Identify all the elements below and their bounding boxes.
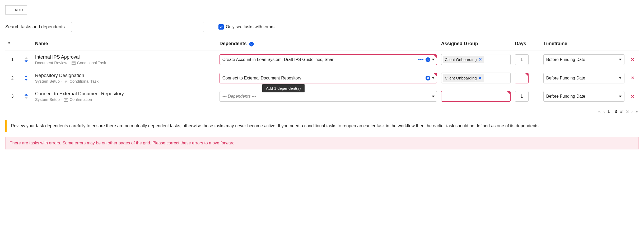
page-of: of — [619, 109, 624, 114]
table-row: 1 Internal IPS Approval Document Review … — [5, 50, 639, 69]
task-category: System Setup — [35, 97, 60, 102]
dependents-cell: Create Account in Loan System, Draft IPS… — [217, 50, 439, 69]
days-input[interactable] — [515, 73, 529, 83]
dropdown-caret-icon[interactable] — [619, 96, 622, 97]
group-tag-label: Client Onboarding — [445, 57, 477, 62]
days-cell — [513, 69, 541, 87]
task-name-cell: Connect to External Document Repository … — [33, 87, 217, 106]
group-tag: Client Onboarding ✕ — [443, 74, 484, 82]
col-header-delete — [627, 38, 639, 50]
delete-row-button[interactable]: ✕ — [627, 87, 639, 106]
assigned-group-select[interactable]: Client Onboarding ✕ — [441, 73, 511, 83]
timeframe-cell: Before Funding Date — [541, 87, 627, 106]
row-number: 3 — [5, 87, 20, 106]
col-header-name: Name — [33, 38, 217, 50]
page-first[interactable]: « — [598, 109, 601, 114]
assigned-group-cell: Client Onboarding ✕ — [439, 50, 513, 69]
days-input[interactable]: 1 — [515, 54, 529, 65]
dropdown-caret-icon[interactable] — [619, 59, 622, 60]
dropdown-caret-icon[interactable] — [432, 59, 435, 60]
clear-icon[interactable]: ✕ — [426, 76, 430, 81]
add-button[interactable]: ADD — [5, 5, 27, 15]
task-subline: Document Review · Conditional Task — [35, 60, 215, 65]
days-cell: 1 — [513, 50, 541, 69]
task-name: Repository Designation — [35, 73, 215, 78]
timeframe-value: Before Funding Date — [546, 76, 585, 81]
error-text: There are tasks with errors. Some errors… — [10, 141, 236, 145]
task-type: Confirmation — [69, 97, 92, 102]
move-down-icon[interactable] — [25, 79, 28, 81]
dropdown-caret-icon[interactable] — [619, 77, 622, 79]
col-header-reorder — [20, 38, 33, 50]
search-input[interactable] — [71, 22, 204, 32]
task-name-cell: Internal IPS Approval Document Review · … — [33, 50, 217, 69]
task-name: Connect to External Document Repository — [35, 91, 215, 97]
errors-only-toggle[interactable]: Only see tasks with errors — [218, 24, 274, 30]
search-label: Search tasks and dependents — [5, 24, 65, 30]
reorder-controls — [20, 69, 33, 87]
move-down-icon[interactable] — [25, 60, 28, 62]
col-header-number: # — [5, 38, 20, 50]
assigned-group-cell: Client Onboarding ✕ — [439, 69, 513, 87]
delete-row-button[interactable]: ✕ — [627, 69, 639, 87]
col-header-group: Assigned Group — [439, 38, 513, 50]
timeframe-value: Before Funding Date — [546, 57, 585, 62]
plus-icon — [9, 8, 13, 12]
group-tag: Client Onboarding ✕ — [443, 56, 484, 63]
info-alert: Review your task dependents carefully to… — [5, 120, 639, 132]
reorder-controls — [20, 87, 33, 106]
form-icon — [64, 98, 68, 101]
days-input[interactable]: 1 — [515, 91, 529, 102]
table-row: 3 Connect to External Document Repositor… — [5, 87, 639, 106]
move-up-icon — [25, 57, 28, 59]
more-icon[interactable]: ••• — [418, 57, 424, 62]
row-number: 2 — [5, 69, 20, 87]
error-alert: There are tasks with errors. Some errors… — [5, 137, 639, 149]
clear-icon[interactable]: ✕ — [426, 57, 430, 62]
col-header-dependents-label: Dependents — [220, 41, 247, 46]
timeframe-select[interactable]: Before Funding Date — [543, 91, 624, 102]
days-value: 1 — [520, 57, 523, 62]
table-row: 2 Repository Designation System Setup · … — [5, 69, 639, 87]
dependents-select[interactable]: Connect to External Document Repository … — [220, 73, 437, 83]
move-up-icon[interactable] — [25, 75, 28, 77]
checkbox-checked-icon — [218, 24, 224, 30]
task-name: Internal IPS Approval — [35, 54, 215, 60]
errors-only-label: Only see tasks with errors — [226, 25, 274, 29]
remove-tag-icon[interactable]: ✕ — [478, 75, 482, 81]
col-header-dependents: Dependents ? — [217, 38, 439, 50]
assigned-group-select[interactable]: Client Onboarding ✕ — [441, 54, 511, 65]
timeframe-select[interactable]: Before Funding Date — [543, 54, 624, 65]
help-icon[interactable]: ? — [249, 42, 254, 46]
dependents-select[interactable]: Create Account in Loan System, Draft IPS… — [220, 54, 437, 65]
assigned-group-cell — [439, 87, 513, 106]
move-down-icon — [25, 97, 28, 99]
add-label: ADD — [15, 8, 23, 12]
form-icon — [64, 79, 68, 83]
page-prev[interactable]: ‹ — [603, 109, 605, 114]
remove-tag-icon[interactable]: ✕ — [478, 57, 482, 62]
task-category: System Setup — [35, 79, 60, 83]
dependents-text: Connect to External Document Repository — [222, 76, 416, 81]
page-last[interactable]: » — [635, 109, 639, 114]
form-icon — [72, 61, 76, 64]
days-value: 1 — [520, 94, 523, 99]
page-next[interactable]: › — [631, 109, 633, 114]
dropdown-caret-icon[interactable] — [432, 77, 435, 79]
dependents-select[interactable]: --- Dependents --- — [220, 91, 437, 102]
days-cell: 1 — [513, 87, 541, 106]
timeframe-cell: Before Funding Date — [541, 50, 627, 69]
timeframe-value: Before Funding Date — [546, 94, 585, 99]
tooltip: Add 1 dependent(s) — [262, 84, 305, 92]
dependents-cell: Connect to External Document Repository … — [217, 69, 439, 87]
page-total: 3 — [626, 109, 629, 114]
timeframe-select[interactable]: Before Funding Date — [543, 73, 624, 83]
task-category: Document Review — [35, 60, 67, 65]
reorder-controls — [20, 50, 33, 69]
assigned-group-select[interactable] — [441, 91, 511, 102]
dropdown-caret-icon[interactable] — [432, 96, 435, 97]
delete-row-button[interactable]: ✕ — [627, 50, 639, 69]
tasks-table: # Name Dependents ? Assigned Group Days … — [5, 38, 639, 106]
timeframe-cell: Before Funding Date — [541, 69, 627, 87]
move-up-icon[interactable] — [25, 94, 28, 96]
